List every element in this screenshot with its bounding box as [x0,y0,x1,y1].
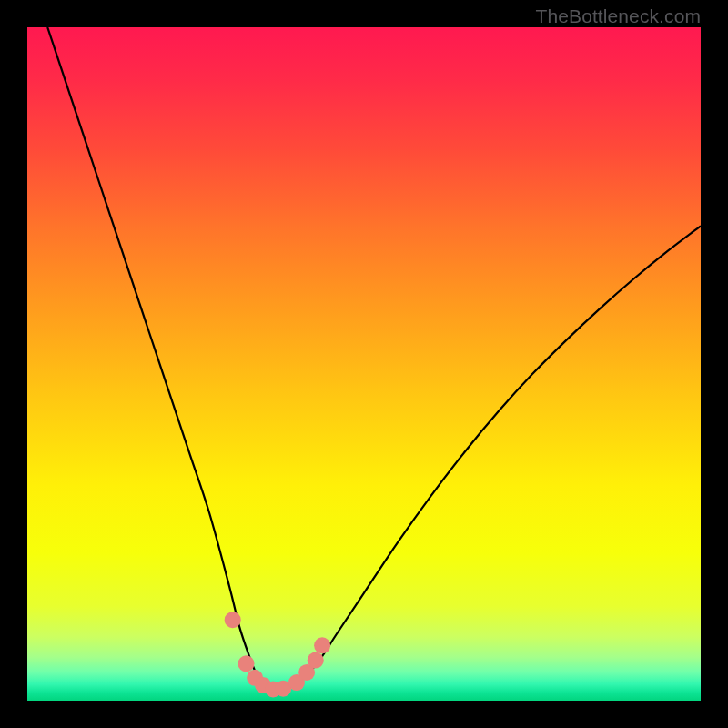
marker-dot [314,637,330,653]
chart-frame: TheBottleneck.com [0,0,728,728]
watermark-text: TheBottleneck.com [536,5,701,27]
curve-markers [225,612,330,697]
marker-dot [225,612,241,628]
marker-dot [238,655,255,672]
curve-layer [27,27,701,701]
plot-area [27,27,701,701]
bottleneck-curve [47,27,701,692]
marker-dot [308,652,324,669]
